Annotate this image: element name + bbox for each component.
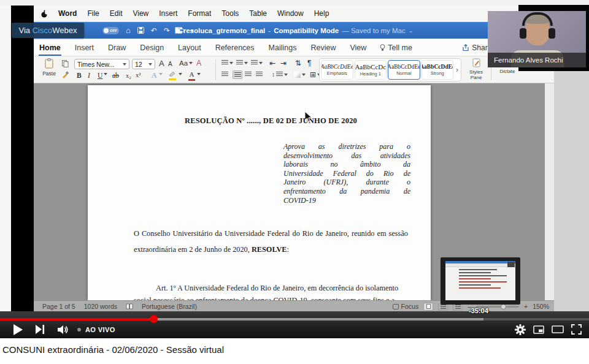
theater-mode-button[interactable] xyxy=(550,320,566,338)
highlighter-icon xyxy=(169,71,176,77)
font-size-value: 12 xyxy=(135,61,142,68)
style-heading-1[interactable]: AaBbCcDc Heading 1 xyxy=(355,60,387,80)
menu-view[interactable]: View xyxy=(133,9,148,18)
align-center-button[interactable] xyxy=(233,70,242,79)
subscript-button[interactable]: x₂ xyxy=(126,72,131,79)
style-strong[interactable]: AaBbCcDdEe Strong xyxy=(422,60,454,80)
tab-mailings[interactable]: Mailings xyxy=(268,40,298,56)
menu-help[interactable]: Help xyxy=(314,9,329,18)
dictate-label: Dictate xyxy=(500,69,515,74)
play-button[interactable] xyxy=(10,320,26,338)
paste-button[interactable]: Paste xyxy=(39,58,60,77)
styles-pane-button[interactable]: StylesPane xyxy=(465,58,487,80)
highlight-button[interactable] xyxy=(169,71,176,80)
dropdown-caret-icon[interactable] xyxy=(179,73,182,75)
live-indicator[interactable]: AO VIVO xyxy=(77,320,115,338)
strikethrough-button[interactable]: ab xyxy=(112,72,119,79)
font-family-select[interactable]: Times New... xyxy=(74,59,129,69)
numbered-list-button[interactable] xyxy=(236,60,248,66)
pilcrow-button[interactable]: ¶ xyxy=(307,59,311,67)
purpose-line: COVID-19 xyxy=(283,196,410,205)
mouse-cursor xyxy=(305,112,312,123)
menu-word[interactable]: Word xyxy=(58,9,77,18)
format-painter-icon[interactable] xyxy=(62,71,69,78)
outdent-button[interactable]: ⇤ xyxy=(269,59,275,67)
menu-edit[interactable]: Edit xyxy=(110,9,123,18)
vertical-scrollbar[interactable] xyxy=(545,83,554,300)
webex-badge: Via CiscoWebex xyxy=(12,23,84,38)
apple-menu-icon[interactable] xyxy=(41,10,48,18)
font-color-bar xyxy=(188,79,195,81)
tab-design[interactable]: Design xyxy=(139,40,164,56)
indent-button[interactable]: ⇥ xyxy=(280,59,287,67)
menu-tools[interactable]: Tools xyxy=(221,9,239,18)
doc-article-1: Art. 1º A Universidade Federal do Rio de… xyxy=(134,284,408,293)
tab-draw[interactable]: Draw xyxy=(107,40,126,56)
dropdown-caret-icon[interactable] xyxy=(104,73,107,75)
menu-format[interactable]: Format xyxy=(188,9,211,18)
shading-icon xyxy=(294,72,301,78)
tab-review[interactable]: Review xyxy=(310,40,336,56)
superscript-button[interactable]: x² xyxy=(136,72,141,78)
bold-button[interactable]: B xyxy=(77,72,82,79)
shading-button[interactable] xyxy=(294,72,306,78)
tab-tell-me[interactable]: Tell me xyxy=(380,44,412,56)
word-count[interactable]: 1020 words xyxy=(84,303,117,310)
font-family-value: Times New... xyxy=(77,61,114,68)
doc-name: resoluca_gtremoto_final xyxy=(183,27,266,34)
font-color-button[interactable]: A xyxy=(188,70,195,81)
align-left-button[interactable] xyxy=(221,72,228,77)
menu-file[interactable]: File xyxy=(87,9,99,18)
miniplayer-button[interactable] xyxy=(531,320,546,338)
zoom-level[interactable]: 150% xyxy=(533,303,549,310)
align-right-button[interactable] xyxy=(245,72,252,77)
tab-layout[interactable]: Layout xyxy=(177,40,202,56)
grow-font-button[interactable]: A xyxy=(159,59,164,68)
spellcheck-icon[interactable] xyxy=(126,303,133,309)
zoom-in-icon[interactable]: + xyxy=(524,303,528,310)
settings-button[interactable] xyxy=(513,320,528,338)
shrink-font-button[interactable]: A xyxy=(168,61,172,67)
next-button[interactable] xyxy=(32,320,48,338)
document-page[interactable]: RESOLUÇÃO Nº ......, DE 02 DE JUNHO DE 2… xyxy=(88,85,431,300)
headphones-band-icon xyxy=(522,12,553,26)
underline-button[interactable]: U xyxy=(98,72,102,79)
multilevel-list-button[interactable] xyxy=(251,60,263,66)
tab-insert[interactable]: Insert xyxy=(74,40,94,56)
line-spacing-button[interactable]: ↕ xyxy=(272,71,288,78)
dropdown-caret-icon[interactable] xyxy=(159,73,163,75)
badge-webex: Webex xyxy=(52,26,77,35)
italic-button[interactable]: I xyxy=(88,72,90,79)
fullscreen-button[interactable] xyxy=(568,320,584,338)
clear-formatting-button[interactable]: A xyxy=(196,59,201,67)
ribbon-toolbar: Paste Times New... 12 A A Aa A B I U ab … xyxy=(34,56,554,83)
menu-table[interactable]: Table xyxy=(249,9,267,18)
focus-button[interactable]: Focus xyxy=(393,303,419,310)
justify-button[interactable] xyxy=(256,72,263,77)
share-icon xyxy=(462,44,469,51)
bullet-list-button[interactable] xyxy=(221,60,233,66)
saved-chevron-icon[interactable]: ⌄ xyxy=(409,28,414,34)
purpose-line: laborais no âmbito da xyxy=(283,160,410,169)
language-indicator[interactable]: Portuguese (Brazil) xyxy=(142,303,197,310)
style-emphasis[interactable]: AaBbCcDdEe Emphasis xyxy=(321,60,353,80)
menu-insert[interactable]: Insert xyxy=(159,9,177,18)
font-size-select[interactable]: 12 xyxy=(132,59,155,69)
page-count[interactable]: Page 1 of 5 xyxy=(42,303,75,310)
tab-view[interactable]: View xyxy=(349,40,367,56)
style-sample: AaBbCcDdEe xyxy=(422,64,454,70)
style-normal[interactable]: AaBbCcDdEe Normal xyxy=(388,60,420,80)
sort-button[interactable]: ⇅ xyxy=(295,59,301,67)
screen-share-thumbnail[interactable] xyxy=(441,257,520,305)
numbered-list-icon xyxy=(236,60,243,66)
styles-overflow-icon[interactable]: › xyxy=(455,66,460,74)
volume-button[interactable] xyxy=(54,320,71,338)
change-case-button[interactable]: Aa xyxy=(179,59,193,67)
dropdown-caret-icon[interactable] xyxy=(197,73,201,75)
tab-home[interactable]: Home xyxy=(39,40,61,56)
menu-window[interactable]: Window xyxy=(277,9,304,18)
view-print-layout-button[interactable] xyxy=(423,303,433,311)
tab-references[interactable]: References xyxy=(215,40,255,56)
copy-icon[interactable] xyxy=(62,60,69,67)
text-effects-button[interactable]: A xyxy=(152,72,156,79)
